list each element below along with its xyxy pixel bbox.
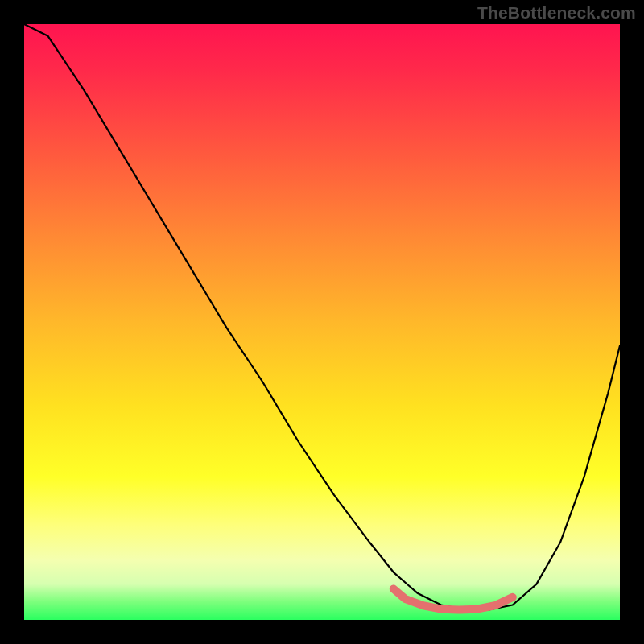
optimal-range-marker xyxy=(394,589,513,610)
chart-svg xyxy=(24,24,620,620)
plot-area xyxy=(24,24,620,620)
chart-stage: TheBottleneck.com xyxy=(0,0,644,644)
watermark-text: TheBottleneck.com xyxy=(477,3,636,23)
bottleneck-curve-line xyxy=(24,24,620,609)
